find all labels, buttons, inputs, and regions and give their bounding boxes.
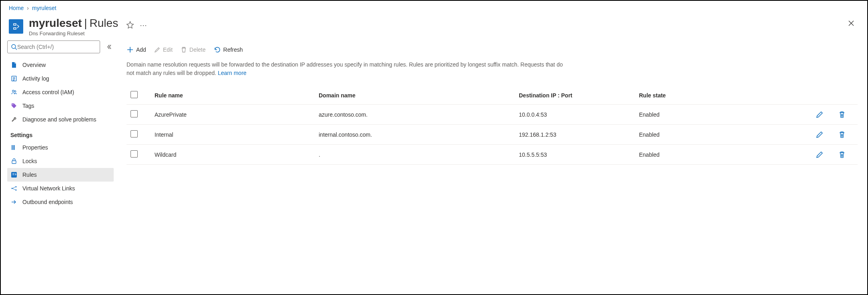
sidebar-item-label: Activity log xyxy=(22,75,49,82)
search-field[interactable] xyxy=(17,44,96,50)
sidebar-item-overview[interactable]: Overview xyxy=(7,58,114,72)
document-icon xyxy=(10,61,18,69)
cell-dest: 10.5.5.5:53 xyxy=(515,145,635,165)
edit-row-button[interactable] xyxy=(816,111,823,118)
cell-domain: . xyxy=(315,145,515,165)
lock-icon xyxy=(10,158,18,165)
outbound-icon xyxy=(10,198,18,206)
cell-state: Enabled xyxy=(635,125,794,145)
cell-domain: azure.contoso.com. xyxy=(315,105,515,125)
trash-icon xyxy=(181,46,187,53)
main-content: Add Edit Delete Refresh Domain name reso… xyxy=(117,40,867,294)
sidebar-item-label: Overview xyxy=(22,62,46,68)
edit-row-button[interactable] xyxy=(816,131,823,138)
cell-state: Enabled xyxy=(635,145,794,165)
svg-point-0 xyxy=(12,44,16,48)
cell-rule-name: AzurePrivate xyxy=(151,105,315,125)
sidebar-item-label: Outbound endpoints xyxy=(22,199,73,205)
delete-row-button[interactable] xyxy=(838,131,846,138)
sidebar-item-label: Locks xyxy=(22,158,37,164)
cell-domain: internal.contoso.com. xyxy=(315,125,515,145)
refresh-icon xyxy=(214,46,221,53)
sidebar-item-label: Rules xyxy=(22,172,37,178)
sidebar-item-tags[interactable]: Tags xyxy=(7,99,114,113)
svg-rect-5 xyxy=(12,161,16,164)
resource-icon xyxy=(9,19,23,34)
table-row[interactable]: AzurePrivateazure.contoso.com.10.0.0.4:5… xyxy=(127,105,858,125)
sidebar-item-label: Access control (IAM) xyxy=(22,89,74,95)
breadcrumb: Home › myruleset xyxy=(1,1,867,15)
sidebar-section-settings: Settings xyxy=(7,126,114,141)
sidebar-item-rules[interactable]: Rules xyxy=(7,168,114,182)
collapse-sidebar-button[interactable] xyxy=(104,42,114,52)
breadcrumb-resource[interactable]: myruleset xyxy=(32,5,56,11)
search-input[interactable] xyxy=(7,40,100,53)
properties-icon xyxy=(10,144,18,151)
col-domain: Domain name xyxy=(315,86,515,105)
network-icon xyxy=(10,185,18,192)
sidebar-item-label: Diagnose and solve problems xyxy=(22,116,96,123)
col-rule-name: Rule name xyxy=(151,86,315,105)
table-row[interactable]: Wildcard.10.5.5.5:53Enabled xyxy=(127,145,858,165)
delete-row-button[interactable] xyxy=(838,111,846,118)
sidebar-item-vnet-links[interactable]: Virtual Network Links xyxy=(7,182,114,195)
rules-table: Rule name Domain name Destination IP : P… xyxy=(127,86,858,165)
pencil-icon xyxy=(154,46,161,53)
chevron-right-icon: › xyxy=(27,5,29,11)
cell-rule-name: Wildcard xyxy=(151,145,315,165)
svg-point-2 xyxy=(12,90,14,92)
cell-dest: 192.168.1.2:53 xyxy=(515,125,635,145)
description-text: Domain name resolution requests will be … xyxy=(127,61,567,77)
sidebar-item-outbound[interactable]: Outbound endpoints xyxy=(7,195,114,209)
edit-row-button[interactable] xyxy=(816,151,823,158)
sidebar-item-label: Tags xyxy=(22,103,34,109)
refresh-button[interactable]: Refresh xyxy=(214,46,243,53)
table-row[interactable]: Internalinternal.contoso.com.192.168.1.2… xyxy=(127,125,858,145)
sidebar-item-activity-log[interactable]: Activity log xyxy=(7,72,114,85)
page-header: myruleset | Rules Dns Forwarding Ruleset… xyxy=(1,15,867,40)
cell-dest: 10.0.0.4:53 xyxy=(515,105,635,125)
plus-icon xyxy=(127,46,134,53)
add-button[interactable]: Add xyxy=(127,46,146,53)
edit-button: Edit xyxy=(154,46,173,53)
delete-row-button[interactable] xyxy=(838,151,846,158)
col-state: Rule state xyxy=(635,86,794,105)
sidebar-item-properties[interactable]: Properties xyxy=(7,141,114,154)
row-checkbox[interactable] xyxy=(131,150,138,158)
svg-point-4 xyxy=(12,104,13,105)
delete-button: Delete xyxy=(181,46,205,53)
cell-state: Enabled xyxy=(635,105,794,125)
log-icon xyxy=(10,75,18,82)
sidebar: Overview Activity log Access control (IA… xyxy=(1,40,117,294)
people-icon xyxy=(10,89,18,96)
learn-more-link[interactable]: Learn more xyxy=(218,70,247,76)
row-checkbox[interactable] xyxy=(131,110,138,117)
sidebar-item-locks[interactable]: Locks xyxy=(7,154,114,168)
more-button[interactable]: ⋯ xyxy=(140,21,147,30)
wrench-icon xyxy=(10,116,18,123)
col-dest: Destination IP : Port xyxy=(515,86,635,105)
rules-icon xyxy=(10,171,18,178)
sidebar-item-iam[interactable]: Access control (IAM) xyxy=(7,85,114,99)
toolbar: Add Edit Delete Refresh xyxy=(127,42,858,61)
page-title: myruleset | Rules xyxy=(29,17,118,30)
sidebar-item-diagnose[interactable]: Diagnose and solve problems xyxy=(7,113,114,126)
svg-point-3 xyxy=(14,91,16,92)
close-button[interactable] xyxy=(847,19,855,27)
breadcrumb-home[interactable]: Home xyxy=(9,5,24,11)
select-all-checkbox[interactable] xyxy=(131,91,138,98)
sidebar-item-label: Properties xyxy=(22,144,48,151)
cell-rule-name: Internal xyxy=(151,125,315,145)
tag-icon xyxy=(10,102,18,109)
row-checkbox[interactable] xyxy=(131,130,138,137)
favorite-button[interactable] xyxy=(126,21,134,29)
sidebar-item-label: Virtual Network Links xyxy=(22,185,75,192)
page-subtitle: Dns Forwarding Ruleset xyxy=(29,30,118,36)
search-icon xyxy=(11,44,17,50)
